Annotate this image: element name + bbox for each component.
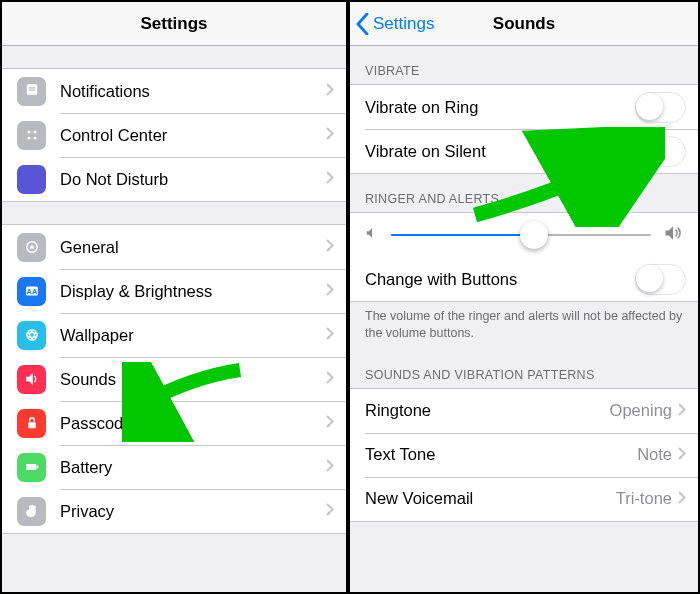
group-footer-ringer: The volume of the ringer and alerts will… (350, 302, 698, 350)
notifications-icon (17, 77, 46, 106)
volume-slider[interactable] (391, 234, 651, 236)
toggle-vibrate-silent[interactable] (635, 136, 686, 167)
settings-row-control-center[interactable]: Control Center (2, 113, 346, 157)
row-ringtone[interactable]: RingtoneOpening (350, 389, 698, 433)
row-texttone[interactable]: Text ToneNote (350, 433, 698, 477)
volume-high-icon (663, 223, 683, 247)
row-label: General (60, 238, 326, 257)
sounds-icon (17, 365, 46, 394)
chevron-right-icon (678, 402, 686, 420)
chevron-right-icon (326, 238, 334, 256)
svg-rect-1 (29, 87, 35, 88)
svg-rect-16 (26, 464, 37, 470)
row-value: Tri-tone (616, 489, 672, 508)
settings-row-notifications[interactable]: Notifications (2, 69, 346, 113)
chevron-right-icon (326, 370, 334, 388)
row-label: Ringtone (365, 401, 610, 420)
row-label: Sounds (60, 370, 326, 389)
row-label: Wallpaper (60, 326, 326, 345)
settings-group-2: GeneralAADisplay & BrightnessWallpaperSo… (2, 224, 346, 534)
svg-text:AA: AA (26, 287, 37, 296)
settings-row-passcode[interactable]: Passcode (2, 401, 346, 445)
svg-rect-15 (28, 422, 36, 428)
settings-pane: Settings NotificationsControl CenterDo N… (2, 2, 350, 592)
settings-row-general[interactable]: General (2, 225, 346, 269)
back-label: Settings (373, 14, 434, 34)
chevron-right-icon (326, 326, 334, 344)
row-label: Text Tone (365, 445, 637, 464)
gear-icon (17, 233, 46, 262)
volume-row (350, 213, 698, 257)
svg-point-3 (27, 131, 30, 134)
settings-row-battery[interactable]: Battery (2, 445, 346, 489)
back-button[interactable]: Settings (350, 13, 434, 35)
group-header-vibrate: VIBRATE (350, 46, 698, 84)
navbar-right: Settings Sounds (350, 2, 698, 46)
ringer-group: Change with Buttons (350, 212, 698, 302)
svg-point-5 (27, 137, 30, 140)
change-with-buttons-toggle[interactable] (635, 264, 686, 295)
page-title: Settings (2, 14, 346, 34)
chevron-right-icon (326, 126, 334, 144)
change-with-buttons-row[interactable]: Change with Buttons (350, 257, 698, 301)
chevron-right-icon (326, 82, 334, 100)
lock-icon (17, 409, 46, 438)
sounds-pane: Settings Sounds VIBRATE Vibrate on RingV… (350, 2, 698, 592)
group-header-ringer: RINGER AND ALERTS (350, 174, 698, 212)
hand-icon (17, 497, 46, 526)
svg-rect-2 (29, 90, 35, 91)
toggle-vibrate-ring[interactable] (635, 92, 686, 123)
row-label: Control Center (60, 126, 326, 145)
row-label: Vibrate on Silent (365, 142, 635, 161)
row-label: Vibrate on Ring (365, 98, 635, 117)
chevron-right-icon (326, 458, 334, 476)
volume-low-icon (365, 226, 379, 244)
row-label: Battery (60, 458, 326, 477)
row-label: Change with Buttons (365, 270, 635, 289)
settings-row-display[interactable]: AADisplay & Brightness (2, 269, 346, 313)
patterns-group: RingtoneOpeningText ToneNoteNew Voicemai… (350, 388, 698, 522)
row-label: Do Not Disturb (60, 170, 326, 189)
chevron-right-icon (326, 502, 334, 520)
svg-point-8 (30, 245, 34, 249)
row-voicemail[interactable]: New VoicemailTri-tone (350, 477, 698, 521)
settings-row-sounds[interactable]: Sounds (2, 357, 346, 401)
display-icon: AA (17, 277, 46, 306)
wallpaper-icon (17, 321, 46, 350)
row-label: Passcode (60, 414, 326, 433)
svg-point-4 (33, 131, 36, 134)
row-label: Privacy (60, 502, 326, 521)
settings-group-1: NotificationsControl CenterDo Not Distur… (2, 68, 346, 202)
row-label: Notifications (60, 82, 326, 101)
group-header-patterns: SOUNDS AND VIBRATION PATTERNS (350, 350, 698, 388)
volume-thumb[interactable] (520, 221, 548, 249)
row-value: Opening (610, 401, 672, 420)
chevron-right-icon (326, 414, 334, 432)
row-vibrate-silent[interactable]: Vibrate on Silent (350, 129, 698, 173)
chevron-right-icon (326, 170, 334, 188)
row-label: Display & Brightness (60, 282, 326, 301)
settings-row-dnd[interactable]: Do Not Disturb (2, 157, 346, 201)
vibrate-group: Vibrate on RingVibrate on Silent (350, 84, 698, 174)
row-vibrate-ring[interactable]: Vibrate on Ring (350, 85, 698, 129)
battery-icon (17, 453, 46, 482)
settings-row-wallpaper[interactable]: Wallpaper (2, 313, 346, 357)
navbar-left: Settings (2, 2, 346, 46)
row-value: Note (637, 445, 672, 464)
svg-point-6 (33, 137, 36, 140)
chevron-right-icon (678, 490, 686, 508)
settings-row-privacy[interactable]: Privacy (2, 489, 346, 533)
row-label: New Voicemail (365, 489, 616, 508)
chevron-right-icon (678, 446, 686, 464)
moon-icon (17, 165, 46, 194)
control-center-icon (17, 121, 46, 150)
chevron-right-icon (326, 282, 334, 300)
svg-rect-17 (36, 466, 38, 469)
